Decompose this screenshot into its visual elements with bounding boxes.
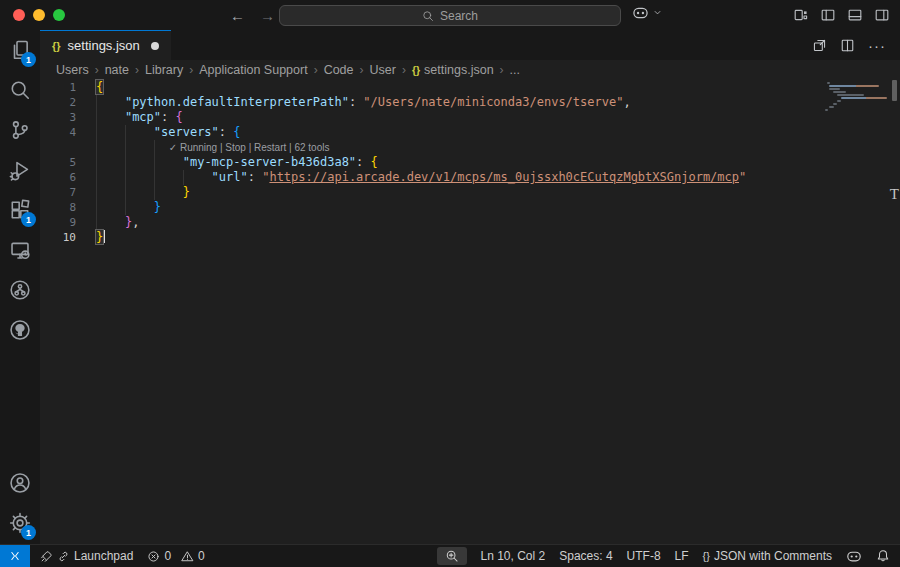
minimap-line xyxy=(841,97,887,99)
line-number: 1 xyxy=(40,80,76,95)
copilot-icon xyxy=(632,4,649,21)
activity-bar-item-explorer[interactable]: 1 xyxy=(0,30,40,70)
activity-bar-item-git-graph[interactable] xyxy=(0,270,40,310)
status-notifications[interactable] xyxy=(876,549,890,563)
json-file-icon: {} xyxy=(52,40,61,52)
breadcrumb-item--[interactable]: ... xyxy=(510,63,520,77)
minimap-line xyxy=(833,103,837,105)
search-icon xyxy=(422,10,434,22)
run-and-debug-icon xyxy=(9,159,31,181)
customize-layout-icon[interactable] xyxy=(793,7,809,23)
breadcrumb-item-users[interactable]: Users xyxy=(56,63,89,77)
window-controls xyxy=(13,9,65,21)
overview-ruler-marker: T xyxy=(890,186,899,203)
copilot-menu[interactable] xyxy=(632,4,663,21)
status-cursor-position[interactable]: Ln 10, Col 2 xyxy=(481,549,546,563)
status-bar: Launchpad00 Ln 10, Col 2Spaces: 4UTF-8LF… xyxy=(0,544,900,567)
github-icon xyxy=(9,319,31,341)
breadcrumb-separator-icon: › xyxy=(402,63,406,77)
search-input[interactable]: Search xyxy=(279,5,621,26)
activity-bar-item-accounts[interactable] xyxy=(0,463,40,503)
activity-bar-item-extensions[interactable]: 1 xyxy=(0,190,40,230)
code-token: : xyxy=(248,170,262,184)
breadcrumb-item-user[interactable]: User xyxy=(370,63,396,77)
breadcrumb-item-settings-json[interactable]: {}settings.json xyxy=(412,63,494,77)
minimap[interactable] xyxy=(825,82,887,112)
indent-guide xyxy=(125,155,126,170)
activity-bar-item-source-control[interactable] xyxy=(0,110,40,150)
scrollbar-slider[interactable] xyxy=(892,80,897,101)
activity-bar-item-search[interactable] xyxy=(0,70,40,110)
link-icon xyxy=(57,550,70,563)
minimap-line xyxy=(825,109,828,111)
status-eol[interactable]: LF xyxy=(675,549,689,563)
status-indentation[interactable]: Spaces: 4 xyxy=(559,549,612,563)
code-token xyxy=(96,155,183,169)
close-window-button[interactable] xyxy=(13,9,25,21)
status-copilot-status[interactable] xyxy=(846,548,862,564)
rocket-icon xyxy=(40,550,53,563)
error-icon xyxy=(147,550,160,563)
status-bar-right: Ln 10, Col 2Spaces: 4UTF-8LF{}JSON with … xyxy=(437,547,900,565)
code-token: "/Users/nate/miniconda3/envs/tserve" xyxy=(363,95,623,109)
breadcrumb-item-library[interactable]: Library xyxy=(145,63,183,77)
breadcrumb-item-code[interactable]: Code xyxy=(324,63,354,77)
breadcrumb-item-nate[interactable]: nate xyxy=(105,63,129,77)
code-line-5: 5 "my-mcp-server-b436d3a8": { xyxy=(40,155,900,170)
copilot-icon xyxy=(846,548,862,564)
activity-bar-item-remote-explorer[interactable] xyxy=(0,230,40,270)
breadcrumb-separator-icon: › xyxy=(135,63,139,77)
code-line-9: 9 }, xyxy=(40,215,900,230)
indent-guide xyxy=(154,185,155,200)
indent-guide xyxy=(96,95,97,110)
status-language-mode[interactable]: {}JSON with Comments xyxy=(703,549,832,563)
breadcrumb-separator-icon: › xyxy=(95,63,99,77)
badge: 1 xyxy=(21,52,36,67)
braces-icon: {} xyxy=(703,550,710,562)
url-link[interactable]: https://api.arcade.dev/v1/mcps/ms_0ujssx… xyxy=(269,170,739,184)
code-token: : xyxy=(349,95,363,109)
maximize-window-button[interactable] xyxy=(53,9,65,21)
code-token: : xyxy=(356,155,370,169)
status-bar-left: Launchpad00 xyxy=(40,549,205,563)
code-line-3: 3 "mcp": { xyxy=(40,110,900,125)
indent-guide xyxy=(125,140,126,155)
code-token: { xyxy=(371,155,378,169)
activity-bar-item-github[interactable] xyxy=(0,310,40,350)
tab-settings-json[interactable]: {} settings.json xyxy=(40,30,171,60)
indent-guide xyxy=(125,200,126,215)
status-problems[interactable]: 00 xyxy=(147,549,204,563)
modified-dot-icon[interactable] xyxy=(151,42,159,50)
activity-bar-item-run-and-debug[interactable] xyxy=(0,150,40,190)
line-number: 2 xyxy=(40,95,76,110)
remote-explorer-icon xyxy=(9,239,31,261)
more-actions-icon[interactable]: ··· xyxy=(868,38,886,53)
status-encoding[interactable]: UTF-8 xyxy=(627,549,661,563)
status-launchpad[interactable]: Launchpad xyxy=(40,549,133,563)
mcp-server-codelens[interactable]: ✓ Running | Stop | Restart | 62 tools xyxy=(96,142,329,153)
split-editor-icon[interactable] xyxy=(840,38,855,53)
activity-bar-bottom: 1 xyxy=(0,463,40,543)
panel-left-icon[interactable] xyxy=(820,7,836,23)
breadcrumb-separator-icon: › xyxy=(360,63,364,77)
open-preview-icon[interactable] xyxy=(812,38,827,53)
breadcrumb-item-application-support[interactable]: Application Support xyxy=(199,63,307,77)
status-zoom-control[interactable] xyxy=(437,547,467,565)
remote-indicator[interactable] xyxy=(0,545,30,567)
line-number: 8 xyxy=(40,200,76,215)
line-number: 6 xyxy=(40,170,76,185)
indent-guide xyxy=(154,140,155,155)
minimap-line xyxy=(829,85,879,87)
breadcrumb: Users›nate›Library›Application Support›C… xyxy=(40,60,900,80)
line-number: 7 xyxy=(40,185,76,200)
go-forward-icon[interactable]: → xyxy=(260,8,275,23)
editor[interactable]: 1{2 "python.defaultInterpreterPath": "/U… xyxy=(40,80,900,545)
activity-bar-item-settings[interactable]: 1 xyxy=(0,503,40,543)
indent-guide xyxy=(125,125,126,140)
git-graph-icon xyxy=(9,279,31,301)
panel-bottom-icon[interactable] xyxy=(847,7,863,23)
indent-guide xyxy=(125,170,126,185)
panel-right-icon[interactable] xyxy=(874,7,890,23)
go-back-icon[interactable]: ← xyxy=(230,8,245,23)
minimize-window-button[interactable] xyxy=(33,9,45,21)
